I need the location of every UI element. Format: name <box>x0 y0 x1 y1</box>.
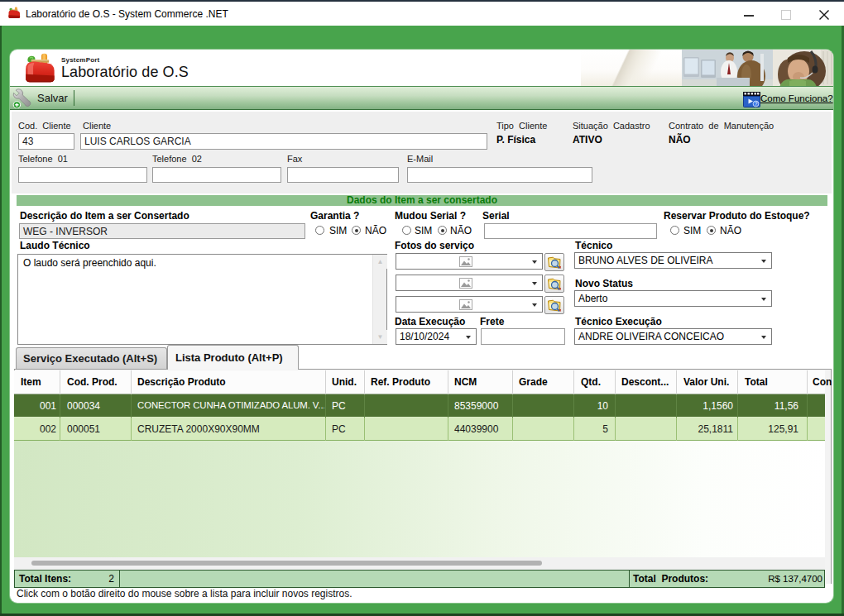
svg-text:?: ? <box>755 101 758 107</box>
